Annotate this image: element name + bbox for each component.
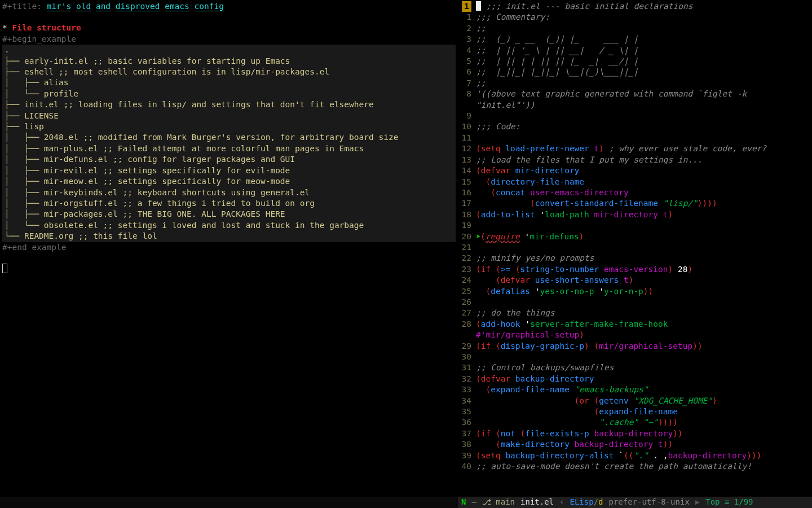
code-line[interactable]: 38 (make-directory backup-directory t)) xyxy=(458,439,812,450)
line-number: 11 xyxy=(458,133,476,143)
code-text: ;;; init.el --- basic initial declaratio… xyxy=(476,2,692,11)
line-number: 5 xyxy=(458,56,476,67)
inactive-cursor xyxy=(2,264,7,273)
code-line[interactable]: 10;;; Code: xyxy=(458,121,812,132)
code-line[interactable]: 24 (defvar use-short-answers t) xyxy=(458,275,812,286)
code-text: (defalias 'yes-or-no-p 'y-or-n-p)) xyxy=(476,287,653,296)
right-pane-elisp-buffer[interactable]: 1 ;;; init.el --- basic initial declarat… xyxy=(458,0,812,508)
file-tree-line: │ ├── mir-evil.el ;; settings specifical… xyxy=(2,165,456,176)
line-number: 32 xyxy=(458,374,476,384)
line-number: 18 xyxy=(458,209,476,220)
code-line[interactable]: 12(setq load-prefer-newer t) ; why ever … xyxy=(458,143,812,154)
code-line[interactable]: 6;; |_||_| |_||_| \__|(_)\___||_| xyxy=(458,67,812,77)
code-line[interactable]: 37(if (not (file-exists-p backup-directo… xyxy=(458,428,812,439)
line-number: 12 xyxy=(458,143,476,154)
vc-branch: ⎇ main xyxy=(482,497,515,507)
code-line[interactable]: 28(add-hook 'server-after-make-frame-hoo… xyxy=(458,319,812,330)
code-text: ;; Load the files that I put my settings… xyxy=(476,155,703,164)
line-number: 26 xyxy=(458,297,476,308)
title-word: mir's xyxy=(47,2,72,11)
line-number: 27 xyxy=(458,308,476,318)
line-number: 1 xyxy=(458,12,476,23)
title-word: and xyxy=(96,2,111,11)
code-line[interactable]: 26 xyxy=(458,297,812,308)
line-number: 31 xyxy=(458,362,476,373)
code-line[interactable]: 36 ".cache" "~")))) xyxy=(458,417,812,428)
code-line[interactable]: 13;; Load the files that I put my settin… xyxy=(458,155,812,165)
code-line[interactable]: 21 xyxy=(458,242,812,253)
code-line[interactable]: 25 (defalias 'yes-or-no-p 'y-or-n-p)) xyxy=(458,286,812,297)
modeline-separator: — xyxy=(471,497,476,507)
line-number: 24 xyxy=(458,275,476,286)
code-line[interactable]: 20➤(require 'mir-defuns) xyxy=(458,231,812,242)
code-line[interactable]: 17 (convert-standard-filename "lisp/")))… xyxy=(458,198,812,209)
code-text: ;;; Code: xyxy=(476,122,520,131)
code-text: (or (getenv "XDG_CACHE_HOME") xyxy=(476,396,717,405)
code-line[interactable]: 11 xyxy=(458,133,812,143)
code-text: (defvar mir-directory xyxy=(476,166,579,175)
line-number: 39 xyxy=(458,450,476,461)
code-text: ;; Control backups/swapfiles xyxy=(476,363,614,372)
code-line[interactable]: 18(add-to-list 'load-path mir-directory … xyxy=(458,209,812,220)
line-number: 37 xyxy=(458,428,476,439)
left-pane-org-buffer[interactable]: #+title: mir's old and disproved emacs c… xyxy=(0,0,458,508)
code-line[interactable]: 33 (expand-file-name "emacs-backups" xyxy=(458,384,812,395)
line-number: 3 xyxy=(458,34,476,45)
code-line[interactable]: 32(defvar backup-directory xyxy=(458,374,812,384)
file-tree-line: ├── LICENSE xyxy=(2,111,456,121)
line-number: 35 xyxy=(458,406,476,417)
line-number: 28 xyxy=(458,319,476,330)
code-text: (concat user-emacs-directory xyxy=(476,188,629,197)
title-word: emacs xyxy=(165,2,189,11)
code-line[interactable]: 9 xyxy=(458,111,812,121)
code-line[interactable]: 7;; xyxy=(458,78,812,89)
title-word: old xyxy=(76,2,91,11)
code-line-wrap[interactable]: "init.el"')) xyxy=(458,100,812,111)
code-line[interactable]: 30 xyxy=(458,352,812,362)
code-line[interactable]: 1 ;;; init.el --- basic initial declarat… xyxy=(458,1,812,12)
code-line[interactable]: 2;; xyxy=(458,23,812,34)
code-line[interactable]: 23(if (>= (string-to-number emacs-versio… xyxy=(458,264,812,275)
major-mode: ELisp/d xyxy=(570,497,603,507)
title-word: config xyxy=(195,2,224,11)
line-number: 29 xyxy=(458,341,476,352)
code-line[interactable]: 4;; | || '_ \ | || __| / _ \| | xyxy=(458,45,812,56)
line-number: 10 xyxy=(458,121,476,132)
file-tree-line: . xyxy=(2,45,456,55)
file-tree-line: │ ├── mir-defuns.el ;; config for larger… xyxy=(2,154,456,165)
line-number: 25 xyxy=(458,286,476,297)
line-number: 20 xyxy=(458,231,476,242)
code-text: (defvar use-short-answers t) xyxy=(476,275,633,284)
file-tree-line: ├── eshell ;; most eshell configuration … xyxy=(2,67,456,77)
line-number: 19 xyxy=(458,220,476,231)
line-number: 16 xyxy=(458,187,476,198)
code-line[interactable]: 40;; auto-save-mode doesn't create the p… xyxy=(458,461,812,472)
code-text: (require 'mir-defuns) xyxy=(480,232,584,241)
code-line[interactable]: 22;; minify yes/no prompts xyxy=(458,253,812,264)
code-line[interactable]: 5;; | || | | || || |_ _| __/| | xyxy=(458,56,812,67)
code-line[interactable]: 14(defvar mir-directory xyxy=(458,165,812,176)
file-tree-line: │ ├── mir-orgstuff.el ;; a few things i … xyxy=(2,198,456,209)
code-line[interactable]: 15 (directory-file-name xyxy=(458,177,812,187)
code-line[interactable]: 35 (expand-file-name xyxy=(458,406,812,417)
evil-state-indicator: N xyxy=(461,497,466,507)
code-line-wrap[interactable]: #'mir/graphical-setup) xyxy=(458,330,812,340)
code-text: (directory-file-name xyxy=(476,177,584,186)
code-line[interactable]: 29(if (display-graphic-p) (mir/graphical… xyxy=(458,341,812,352)
file-tree-line: │ ├── man-plus.el ;; Failed attempt at m… xyxy=(2,143,456,154)
code-text: (defvar backup-directory xyxy=(476,374,594,383)
code-line[interactable]: 16 (concat user-emacs-directory xyxy=(458,187,812,198)
code-line[interactable]: 31;; Control backups/swapfiles xyxy=(458,362,812,373)
code-line[interactable]: 19 xyxy=(458,220,812,231)
file-tree-line: ├── init.el ;; loading files in lisp/ an… xyxy=(2,99,456,110)
code-line[interactable]: 27;; do the things xyxy=(458,308,812,318)
code-line[interactable]: 39(setq backup-directory-alist `(("." . … xyxy=(458,450,812,461)
active-cursor xyxy=(476,1,481,11)
line-number: 22 xyxy=(458,253,476,264)
code-line[interactable]: 8'((above text graphic generated with co… xyxy=(458,89,812,99)
code-line[interactable]: 1;;; Commentary: xyxy=(458,12,812,23)
code-text: ;; xyxy=(476,24,486,33)
code-line[interactable]: 34 (or (getenv "XDG_CACHE_HOME") xyxy=(458,396,812,406)
line-number: 1 xyxy=(458,1,476,12)
code-line[interactable]: 3;; (_) _ __ (_)| |_ ___ | | xyxy=(458,34,812,45)
